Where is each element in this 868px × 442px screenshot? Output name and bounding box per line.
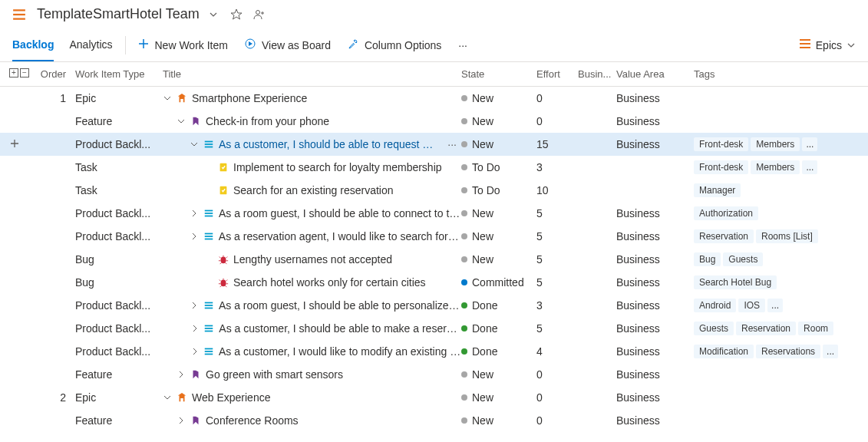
table-row[interactable]: Product Backl...As a room guest, I shoul… <box>0 294 868 317</box>
expand-all-icon[interactable]: + <box>9 68 18 78</box>
state-dot-icon <box>461 302 467 308</box>
tag-more[interactable]: ... <box>802 137 817 151</box>
table-row[interactable]: TaskSearch for an existing reservationTo… <box>0 179 868 202</box>
table-row[interactable]: Product Backl...As a customer, I should … <box>0 317 868 340</box>
tab-analytics[interactable]: Analytics <box>69 28 112 61</box>
svg-rect-22 <box>205 305 213 306</box>
tag[interactable]: Guests <box>694 322 734 335</box>
tag[interactable]: Front-desk <box>694 137 748 151</box>
svg-rect-8 <box>205 141 213 143</box>
more-actions-button[interactable]: ··· <box>458 39 467 51</box>
table-row[interactable]: BugSearch hotel works only for certain c… <box>0 271 868 294</box>
state-dot-icon <box>461 164 467 170</box>
work-item-title: Implement to search for loyalty membersh… <box>233 161 442 173</box>
chevron-right-icon[interactable] <box>177 417 186 424</box>
col-order[interactable]: Order <box>37 68 75 80</box>
cell-state: New <box>461 230 536 242</box>
new-work-item-button[interactable]: New Work Item <box>138 38 228 51</box>
svg-rect-23 <box>205 308 213 309</box>
chevron-right-icon[interactable] <box>190 348 199 355</box>
tag[interactable]: Members <box>751 160 800 174</box>
table-row[interactable]: Product Backl...As a room guest, I shoul… <box>0 202 868 225</box>
table-row[interactable]: FeatureCheck-in from your phoneNew0Busin… <box>0 110 868 133</box>
tag[interactable]: Reservation <box>736 322 796 335</box>
chevron-right-icon[interactable] <box>190 325 199 332</box>
cell-effort: 3 <box>536 299 578 312</box>
tag-more[interactable]: ... <box>823 345 838 358</box>
table-row[interactable]: FeatureConference RoomsNew0Business <box>0 409 868 432</box>
cell-title: Search for an existing reservation <box>163 184 461 196</box>
chevron-down-icon[interactable] <box>177 117 186 125</box>
tag[interactable]: Rooms [List] <box>756 229 818 243</box>
favorite-button[interactable] <box>230 8 243 21</box>
grid-header: + − Order Work Item Type Title State Eff… <box>0 62 868 87</box>
work-item-title: Web Experience <box>192 391 270 404</box>
col-busin[interactable]: Busin... <box>578 68 616 80</box>
collapse-all-icon[interactable]: − <box>20 68 29 78</box>
table-row[interactable]: BugLengthy usernames not acceptedNew5Bus… <box>0 248 868 271</box>
cell-state: New <box>461 115 536 127</box>
col-effort[interactable]: Effort <box>536 68 578 80</box>
chevron-right-icon[interactable] <box>190 209 199 217</box>
cell-type: Epic <box>75 391 163 404</box>
table-row[interactable]: Product Backl...As a customer, I should … <box>0 133 868 156</box>
cell-effort: 5 <box>536 322 578 335</box>
tag[interactable]: Front-desk <box>694 160 748 174</box>
svg-rect-1 <box>13 13 25 15</box>
tag[interactable]: Search Hotel Bug <box>694 275 777 289</box>
tag-more[interactable]: ... <box>767 299 783 312</box>
chevron-right-icon[interactable] <box>177 371 186 378</box>
col-tags[interactable]: Tags <box>694 68 868 80</box>
table-row[interactable]: 2EpicWeb ExperienceNew0Business <box>0 386 868 409</box>
work-item-title[interactable]: As a customer, I should be able to reque… <box>219 138 438 150</box>
table-row[interactable]: TaskImplement to search for loyalty memb… <box>0 156 868 179</box>
work-item-title: Search hotel works only for certain citi… <box>233 276 426 289</box>
cell-effort: 4 <box>536 345 578 358</box>
tag[interactable]: Reservations <box>756 345 820 358</box>
cell-tags: Authorization <box>694 206 868 220</box>
tag[interactable]: Reservation <box>694 229 754 243</box>
tag[interactable]: IOS <box>738 299 765 312</box>
table-row[interactable]: Product Backl...As a reservation agent, … <box>0 225 868 248</box>
pbi-icon <box>203 346 214 357</box>
col-state[interactable]: State <box>461 68 536 80</box>
table-row[interactable]: Product Backl...As a customer, I would l… <box>0 340 868 363</box>
col-value[interactable]: Value Area <box>616 68 694 80</box>
pbi-icon <box>203 300 214 311</box>
svg-rect-11 <box>220 163 227 172</box>
tab-backlog[interactable]: Backlog <box>12 28 54 61</box>
chevron-down-icon[interactable] <box>190 140 199 148</box>
tag[interactable]: Guests <box>723 252 763 266</box>
svg-rect-25 <box>205 328 213 329</box>
cell-title: Search hotel works only for certain citi… <box>163 276 461 289</box>
chevron-right-icon[interactable] <box>190 302 199 309</box>
cell-title: Conference Rooms <box>163 414 461 427</box>
table-row[interactable]: FeatureGo green with smart sensorsNew0Bu… <box>0 363 868 386</box>
cell-value-area: Business <box>616 276 694 289</box>
add-child-icon[interactable] <box>9 138 20 151</box>
tag[interactable]: Members <box>751 137 800 151</box>
chevron-down-icon[interactable] <box>163 94 172 102</box>
svg-rect-13 <box>205 210 213 212</box>
team-members-button[interactable] <box>253 8 266 21</box>
column-options-button[interactable]: Column Options <box>348 38 441 51</box>
tag[interactable]: Android <box>694 299 736 312</box>
tag[interactable]: Manager <box>694 183 741 197</box>
cell-type: Epic <box>75 92 163 104</box>
svg-rect-29 <box>205 354 213 355</box>
row-more-actions[interactable]: ··· <box>443 138 461 150</box>
epics-dropdown[interactable]: Epics <box>799 38 856 52</box>
table-row[interactable]: 1EpicSmartphone ExperienceNew0Business <box>0 87 868 110</box>
tag-more[interactable]: ... <box>802 160 817 174</box>
chevron-down-icon[interactable] <box>163 394 172 401</box>
tag[interactable]: Modification <box>694 345 754 358</box>
tag[interactable]: Authorization <box>694 206 758 220</box>
tag[interactable]: Room <box>798 322 833 335</box>
tag[interactable]: Bug <box>694 252 721 266</box>
team-dropdown[interactable] <box>209 10 218 19</box>
col-title[interactable]: Title <box>163 68 461 80</box>
view-as-board-button[interactable]: View as Board <box>245 38 331 51</box>
chevron-right-icon[interactable] <box>190 233 199 240</box>
epics-icon <box>799 38 811 52</box>
col-type[interactable]: Work Item Type <box>75 68 163 80</box>
